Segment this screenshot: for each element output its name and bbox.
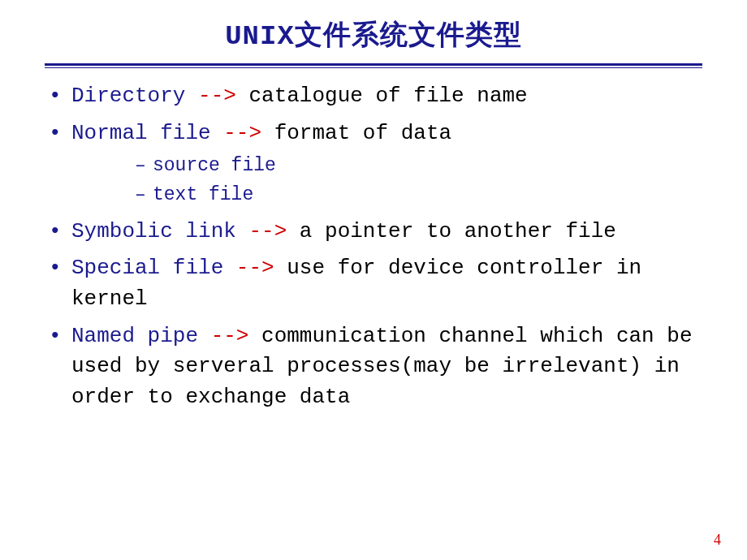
item-desc: catalogue of file name — [248, 84, 527, 108]
item-arrow: --> — [236, 219, 300, 243]
sub-item: text file — [71, 181, 698, 210]
slide: UNIX文件系统文件类型 Directory --> catalogue of … — [0, 0, 747, 560]
slide-title: UNIX文件系统文件类型 — [0, 16, 747, 54]
item-desc: format of data — [274, 121, 451, 145]
item-term: Symbolic link — [71, 219, 236, 243]
item-arrow: --> — [198, 324, 261, 348]
item-term: Normal file — [71, 121, 211, 145]
item-term: Named pipe — [71, 324, 198, 348]
item-term: Special file — [71, 256, 223, 280]
title-divider — [45, 63, 702, 68]
item-arrow: --> — [185, 84, 248, 108]
page-number: 4 — [714, 532, 721, 549]
sub-list: source file text file — [71, 152, 698, 209]
list-item: Symbolic link --> a pointer to another f… — [49, 217, 698, 248]
list-item: Special file --> use for device controll… — [49, 253, 698, 314]
item-arrow: --> — [211, 121, 274, 145]
list-item: Normal file --> format of data source fi… — [49, 118, 698, 210]
item-term: Directory — [71, 84, 185, 108]
list-item: Named pipe --> communication channel whi… — [49, 321, 698, 413]
item-arrow: --> — [223, 256, 287, 280]
slide-content: Directory --> catalogue of file name Nor… — [0, 81, 747, 413]
item-desc: a pointer to another file — [300, 219, 616, 243]
list-item: Directory --> catalogue of file name — [49, 81, 698, 112]
sub-item: source file — [71, 152, 698, 181]
